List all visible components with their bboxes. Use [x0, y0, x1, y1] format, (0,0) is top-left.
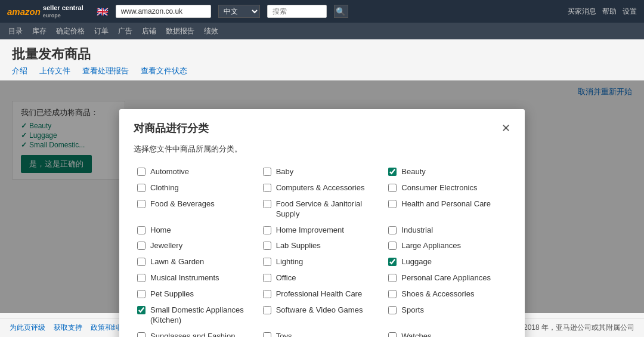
nav-reports[interactable]: 数据报告	[166, 26, 194, 36]
category-grid: AutomotiveBabyBeautyClothingComputers & …	[134, 164, 510, 337]
checkbox-cat-toys[interactable]	[263, 332, 271, 337]
top-nav: amazon seller centraleurope 🇬🇧 中文 Englis…	[0, 0, 644, 23]
nav-link-messages[interactable]: 买家消息	[568, 7, 596, 17]
label-cat-home[interactable]: Home	[150, 225, 171, 236]
url-input[interactable]	[116, 5, 211, 18]
nav-orders[interactable]: 订单	[94, 26, 109, 36]
label-cat-baby[interactable]: Baby	[276, 167, 294, 177]
checkbox-cat-food-service[interactable]	[263, 200, 271, 208]
category-item-cat-baby: Baby	[259, 164, 385, 180]
tab-intro[interactable]: 介绍	[12, 66, 27, 76]
footer-support-link[interactable]: 获取支持	[54, 323, 82, 333]
checkbox-cat-consumer-electronics[interactable]	[388, 184, 397, 192]
label-cat-small-domestic[interactable]: Small Domestic Appliances (Kitchen)	[150, 305, 256, 326]
checkbox-cat-musical[interactable]	[137, 274, 145, 282]
checkbox-cat-lighting[interactable]	[263, 258, 271, 266]
label-cat-food-service[interactable]: Food Service & Janitorial Supply	[276, 199, 382, 219]
label-cat-professional-health[interactable]: Professional Health Care	[276, 289, 363, 299]
content-area: 取消并重新开始 我们已经成功将商品： ✓ Beauty ✓ Luggage ✓ …	[0, 81, 644, 313]
category-item-cat-office: Office	[259, 270, 385, 286]
category-modal: 对商品进行分类 ✕ 选择您文件中商品所属的分类。 AutomotiveBabyB…	[119, 109, 525, 337]
nav-store[interactable]: 店铺	[142, 26, 156, 36]
checkbox-cat-home[interactable]	[137, 226, 145, 234]
tab-upload[interactable]: 上传文件	[39, 66, 70, 76]
nav-inventory[interactable]: 库存	[32, 26, 47, 36]
second-nav: 目录 库存 确定价格 订单 广告 店铺 数据报告 绩效	[0, 23, 644, 39]
checkbox-cat-sports[interactable]	[388, 306, 397, 314]
label-cat-automotive[interactable]: Automotive	[150, 167, 189, 177]
label-cat-clothing[interactable]: Clothing	[150, 183, 179, 193]
category-item-cat-lighting: Lighting	[259, 254, 385, 270]
logo: amazon seller centraleurope	[7, 4, 83, 18]
label-cat-shoes[interactable]: Shoes & Accessories	[401, 289, 474, 299]
label-cat-office[interactable]: Office	[276, 273, 296, 283]
label-cat-jewellery[interactable]: Jewellery	[150, 241, 182, 251]
label-cat-luggage[interactable]: Luggage	[401, 257, 432, 267]
label-cat-lawn[interactable]: Lawn & Garden	[150, 257, 204, 267]
language-select[interactable]: 中文 English	[218, 5, 260, 18]
nav-link-settings[interactable]: 设置	[623, 7, 637, 17]
label-cat-lab[interactable]: Lab Supplies	[276, 241, 321, 251]
checkbox-cat-health-personal[interactable]	[388, 200, 397, 208]
checkbox-cat-personal-care[interactable]	[388, 274, 397, 282]
label-cat-food-bev[interactable]: Food & Beverages	[150, 199, 215, 209]
label-cat-beauty[interactable]: Beauty	[401, 167, 425, 177]
checkbox-cat-computers[interactable]	[263, 184, 271, 192]
nav-links: 买家消息 帮助 设置	[568, 7, 637, 17]
category-item-cat-food-bev: Food & Beverages	[134, 196, 259, 222]
label-cat-industrial[interactable]: Industrial	[401, 225, 433, 236]
checkbox-cat-software[interactable]	[263, 306, 271, 314]
label-cat-watches[interactable]: Watches	[401, 332, 431, 337]
modal-close-button[interactable]: ✕	[501, 123, 510, 134]
category-item-cat-home-improvement: Home Improvement	[259, 222, 385, 239]
checkbox-cat-automotive[interactable]	[137, 168, 145, 176]
category-item-cat-large-appliances: Large Appliances	[385, 238, 510, 254]
checkbox-cat-office[interactable]	[263, 274, 271, 282]
tab-status[interactable]: 查看文件状态	[141, 66, 187, 76]
checkbox-cat-watches[interactable]	[388, 332, 397, 337]
label-cat-large-appliances[interactable]: Large Appliances	[401, 241, 461, 251]
checkbox-cat-baby[interactable]	[263, 168, 271, 176]
checkbox-cat-lawn[interactable]	[137, 258, 145, 266]
checkbox-cat-industrial[interactable]	[388, 226, 397, 234]
nav-pricing[interactable]: 确定价格	[56, 26, 85, 36]
category-item-cat-professional-health: Professional Health Care	[259, 286, 385, 302]
checkbox-cat-large-appliances[interactable]	[388, 242, 397, 250]
label-cat-software[interactable]: Software & Video Games	[276, 305, 363, 316]
checkbox-cat-jewellery[interactable]	[137, 242, 145, 250]
label-cat-computers[interactable]: Computers & Accessories	[276, 183, 365, 193]
label-cat-personal-care[interactable]: Personal Care Appliances	[401, 273, 491, 283]
label-cat-home-improvement[interactable]: Home Improvement	[276, 225, 344, 236]
label-cat-toys[interactable]: Toys	[276, 332, 292, 337]
nav-catalog[interactable]: 目录	[8, 26, 23, 36]
label-cat-pet[interactable]: Pet Supplies	[150, 289, 194, 299]
category-item-cat-luggage: Luggage	[385, 254, 510, 270]
checkbox-cat-pet[interactable]	[137, 290, 145, 298]
checkbox-cat-professional-health[interactable]	[263, 290, 271, 298]
footer-rate-link[interactable]: 为此页评级	[10, 323, 45, 333]
nav-performance[interactable]: 绩效	[204, 26, 218, 36]
checkbox-cat-beauty[interactable]	[388, 168, 397, 176]
checkbox-cat-home-improvement[interactable]	[263, 226, 271, 234]
tab-report[interactable]: 查看处理报告	[82, 66, 129, 76]
checkbox-cat-food-bev[interactable]	[137, 200, 145, 208]
label-cat-lighting[interactable]: Lighting	[276, 257, 304, 267]
nav-link-help[interactable]: 帮助	[602, 7, 617, 17]
label-cat-consumer-electronics[interactable]: Consumer Electronics	[401, 183, 477, 193]
label-cat-sports[interactable]: Sports	[401, 305, 424, 316]
checkbox-cat-luggage[interactable]	[388, 258, 397, 266]
flag-icon: 🇬🇧	[97, 6, 109, 17]
search-input[interactable]	[267, 5, 327, 18]
label-cat-musical[interactable]: Musical Instruments	[150, 273, 219, 283]
search-button[interactable]: 🔍	[334, 5, 348, 18]
category-item-cat-musical: Musical Instruments	[134, 270, 259, 286]
category-item-cat-health-personal: Health and Personal Care	[385, 196, 510, 222]
checkbox-cat-sunglasses[interactable]	[137, 332, 145, 337]
label-cat-health-personal[interactable]: Health and Personal Care	[401, 199, 491, 209]
nav-ads[interactable]: 广告	[118, 26, 132, 36]
label-cat-sunglasses[interactable]: Sunglasses and Fashion Eyewear	[150, 332, 256, 337]
checkbox-cat-clothing[interactable]	[137, 184, 145, 192]
checkbox-cat-shoes[interactable]	[388, 290, 397, 298]
checkbox-cat-lab[interactable]	[263, 242, 271, 250]
checkbox-cat-small-domestic[interactable]	[137, 306, 145, 314]
